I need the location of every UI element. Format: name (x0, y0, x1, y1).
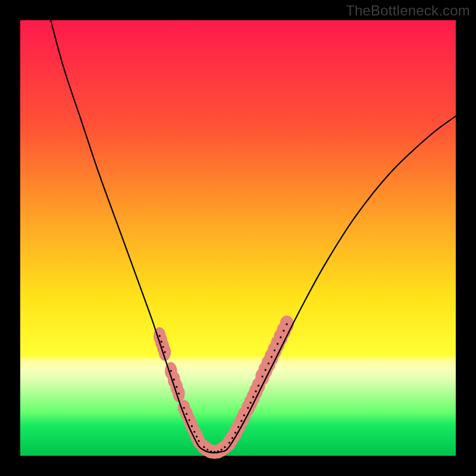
svg-point-56 (198, 440, 200, 442)
svg-point-44 (162, 346, 164, 347)
svg-point-64 (228, 441, 230, 443)
svg-point-43 (161, 341, 162, 343)
svg-point-71 (250, 402, 252, 403)
svg-point-47 (173, 378, 175, 380)
svg-point-57 (203, 446, 205, 448)
svg-point-63 (224, 446, 226, 448)
svg-point-83 (286, 323, 287, 325)
svg-point-53 (191, 425, 193, 427)
svg-point-72 (252, 396, 254, 398)
svg-point-75 (261, 375, 263, 377)
svg-point-58 (206, 449, 208, 450)
svg-point-68 (240, 420, 242, 422)
watermark-text: TheBottleneck.com (346, 2, 470, 19)
svg-point-62 (221, 449, 223, 450)
svg-point-52 (188, 419, 190, 421)
svg-point-69 (243, 414, 245, 416)
svg-point-66 (234, 432, 236, 434)
chart-frame: TheBottleneck.com (0, 0, 476, 476)
svg-point-82 (283, 330, 284, 331)
svg-point-46 (170, 370, 172, 372)
svg-point-76 (265, 369, 267, 371)
svg-point-81 (280, 336, 281, 338)
svg-point-45 (164, 351, 165, 353)
svg-point-80 (277, 343, 278, 345)
svg-point-67 (237, 426, 239, 428)
svg-point-77 (268, 362, 270, 364)
svg-point-50 (183, 407, 185, 409)
plot-area (20, 20, 456, 456)
svg-point-42 (159, 335, 161, 337)
svg-point-65 (231, 437, 233, 439)
svg-point-73 (255, 390, 256, 392)
svg-point-54 (193, 431, 195, 433)
svg-point-49 (178, 393, 180, 394)
svg-point-48 (176, 386, 177, 388)
svg-point-51 (186, 413, 187, 415)
svg-point-70 (247, 407, 249, 409)
svg-point-55 (196, 436, 198, 437)
svg-point-74 (258, 385, 259, 387)
svg-point-78 (271, 356, 273, 358)
svg-point-79 (274, 349, 275, 351)
chart-svg (20, 20, 456, 456)
